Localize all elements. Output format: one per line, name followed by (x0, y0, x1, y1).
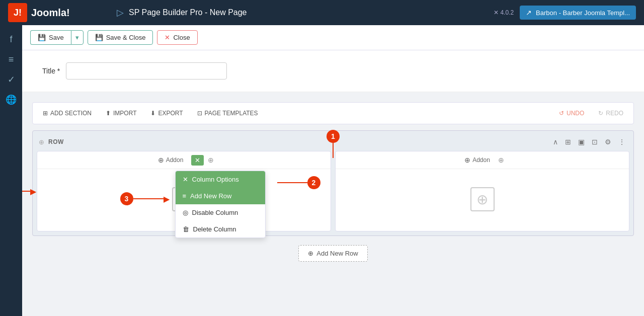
add-section-label: ADD SECTION (50, 110, 92, 117)
column-1-toolbar: ⊕ Addon ✕ ⊕ (37, 151, 331, 169)
delete-column-label: Delete Column (193, 225, 236, 233)
columns-area: 1 4 ▶ ⊕ Add (37, 151, 629, 231)
menu-disable-column[interactable]: ◎ Disable Column (176, 204, 265, 221)
sidebar-icon-check[interactable]: ✓ (3, 71, 19, 88)
nav-arrow-icon: ▷ (117, 7, 124, 18)
row-columns-button[interactable]: ⊞ (563, 137, 573, 147)
add-new-row-wrapper: ⊕ Add New Row (32, 241, 634, 266)
logo-text: Joomla! (31, 7, 70, 19)
badge-3-line (133, 198, 164, 199)
main-content: 💾 Save ▾ 💾 Save & Close ✕ Close Title * (22, 25, 644, 316)
disable-column-icon: ◎ (183, 209, 188, 216)
row-collapse-button[interactable]: ∧ (551, 137, 560, 147)
close-button[interactable]: ✕ Close (157, 30, 197, 45)
badge-2-line (277, 182, 307, 183)
layout: f ≡ ✓ 🌐 💾 Save ▾ 💾 Save & Close ✕ Close (0, 25, 644, 316)
badge-3: 3 (120, 192, 133, 205)
column-2: ⊕ Addon ⊕ ⊕ (335, 151, 629, 231)
page-templates-icon: ⊡ (197, 110, 202, 117)
column-2-toolbar: ⊕ Addon ⊕ (336, 151, 629, 169)
row-layout-button[interactable]: ▣ (576, 137, 587, 147)
menu-add-new-row[interactable]: ≡ Add New Row (176, 188, 265, 204)
top-nav: J! Joomla! ▷ SP Page Builder Pro - New P… (0, 0, 644, 25)
title-row: Title * (42, 62, 624, 80)
badge-2-annotation: 2 (277, 176, 320, 189)
save-button[interactable]: 💾 Save (30, 30, 71, 45)
page-title-bar: ▷ SP Page Builder Pro - New Page (117, 7, 486, 18)
save-icon: 💾 (38, 34, 46, 41)
col1-add-addon-button[interactable]: ⊕ Addon (154, 154, 188, 166)
logo-area: J! Joomla! (8, 3, 109, 22)
menu-column-options[interactable]: ✕ Column Options (176, 171, 265, 188)
undo-label: UNDO (567, 110, 584, 117)
col1-settings-button[interactable]: ✕ (191, 155, 204, 166)
save-dropdown-button[interactable]: ▾ (71, 30, 84, 45)
undo-button[interactable]: ↺ UNDO (556, 108, 587, 119)
col2-add-addon-button[interactable]: ⊕ Addon (460, 154, 494, 166)
badge-2: 2 (307, 176, 320, 189)
sidebar-icon-layers[interactable]: ≡ (3, 51, 19, 67)
title-input[interactable] (66, 62, 227, 80)
page-title: SP Page Builder Pro - New Page (129, 8, 247, 17)
column-options-menu: 2 3 ▶ ✕ Column Options (175, 171, 266, 238)
export-icon: ⬇ (150, 110, 155, 117)
page-templates-label: PAGE TEMPLATES (205, 110, 258, 117)
page-templates-button[interactable]: ⊡ PAGE TEMPLATES (194, 108, 261, 119)
row-container: ⊕ ROW ∧ ⊞ ▣ ⊡ ⚙ ⋮ 1 (32, 130, 634, 236)
add-row-label: Add New Row (316, 250, 358, 257)
col2-addon-label: Addon (472, 156, 490, 164)
version-badge: ✕ 4.0.2 (494, 9, 514, 16)
add-new-row-button[interactable]: ⊕ Add New Row (298, 245, 367, 262)
close-label: Close (173, 34, 190, 41)
redo-label: REDO (606, 110, 623, 117)
sidebar-icon-globe[interactable]: 🌐 (3, 92, 19, 108)
column-options-label: Column Options (192, 176, 239, 183)
builder-toolbar: ⊞ ADD SECTION ⬆ IMPORT ⬇ EXPORT ⊡ PAGE T… (32, 102, 634, 124)
export-button[interactable]: ⬇ EXPORT (147, 108, 186, 119)
col2-add-icon: ⊕ (464, 156, 470, 164)
import-button[interactable]: ⬆ IMPORT (103, 108, 139, 119)
add-new-row-menu-label: Add New Row (190, 192, 231, 200)
nav-right: ✕ 4.0.2 ↗ Barbon - Barber Joomla Templ..… (494, 6, 636, 20)
redo-button[interactable]: ↻ REDO (595, 108, 626, 119)
add-new-row-icon: ≡ (183, 192, 187, 200)
row-drag-icon[interactable]: ⊕ (39, 138, 44, 146)
save-close-button[interactable]: 💾 Save & Close (88, 30, 153, 45)
save-label: Save (49, 34, 64, 41)
column-2-body: ⊕ (336, 169, 629, 229)
col2-move-icon[interactable]: ⊕ (498, 156, 504, 164)
row-settings-button[interactable]: ⚙ (603, 137, 613, 147)
row-more-button[interactable]: ⋮ (616, 137, 627, 147)
badge-3-arrowhead: ▶ (164, 194, 170, 204)
title-label: Title * (42, 67, 60, 75)
import-icon: ⬆ (106, 110, 111, 117)
badge-1: 1 (327, 130, 340, 143)
row-save-button[interactable]: ⊡ (590, 137, 600, 147)
badge-1-annotation: 1 (327, 130, 340, 158)
title-section: Title * (22, 50, 644, 92)
site-btn-label: Barbon - Barber Joomla Templ... (536, 9, 630, 17)
action-toolbar: 💾 Save ▾ 💾 Save & Close ✕ Close (22, 25, 644, 50)
menu-delete-column[interactable]: 🗑 Delete Column (176, 221, 265, 238)
external-link-icon: ↗ (526, 9, 532, 17)
badge-4-line (22, 191, 30, 192)
site-button[interactable]: ↗ Barbon - Barber Joomla Templ... (520, 6, 636, 20)
sidebar-icon-facebook[interactable]: f (3, 31, 19, 47)
joomla-logo-icon: J! (8, 3, 27, 22)
delete-column-icon: 🗑 (183, 225, 189, 233)
save-close-icon: 💾 (95, 34, 103, 41)
badge-3-annotation: 3 ▶ (120, 192, 170, 205)
col1-addon-label: Addon (166, 156, 184, 164)
export-label: EXPORT (158, 110, 183, 117)
add-section-button[interactable]: ⊞ ADD SECTION (40, 108, 95, 119)
sidebar: f ≡ ✓ 🌐 (0, 25, 22, 316)
close-icon: ✕ (165, 34, 170, 41)
disable-column-label: Disable Column (192, 209, 238, 216)
row-label: ROW (48, 138, 547, 145)
save-close-label: Save & Close (106, 34, 146, 41)
builder-area: ⊞ ADD SECTION ⬆ IMPORT ⬇ EXPORT ⊡ PAGE T… (22, 92, 644, 276)
col1-move-icon[interactable]: ⊕ (208, 156, 214, 164)
badge-4-arrowhead: ▶ (30, 187, 36, 196)
col2-add-addon-icon[interactable]: ⊕ (470, 187, 495, 211)
save-btn-group: 💾 Save ▾ (30, 30, 84, 45)
